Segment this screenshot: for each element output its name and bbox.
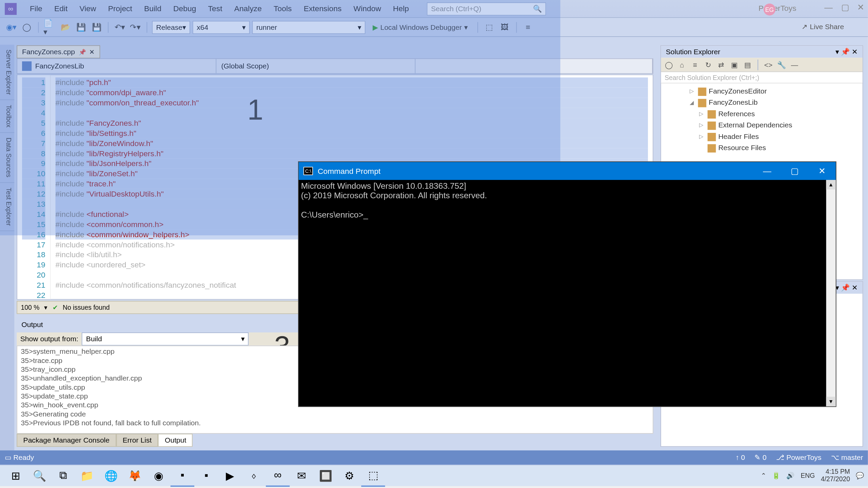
platform-combo[interactable]: x64▾ — [193, 21, 250, 34]
cmd-close-button[interactable]: ✕ — [808, 162, 836, 180]
tb-icon-2[interactable]: 🖼 — [498, 21, 511, 34]
cmd-scroll-up[interactable]: ▲ — [826, 180, 836, 189]
solexp-properties[interactable]: 🔧 — [776, 59, 787, 70]
search-button[interactable]: 🔍 — [27, 465, 51, 486]
task-view-button[interactable]: ⧉ — [51, 465, 75, 486]
avatar[interactable]: EG — [764, 4, 775, 16]
solexp-b1[interactable]: ≡ — [690, 59, 701, 70]
tb-icon-1[interactable]: ⬚ — [483, 21, 496, 34]
undo-btn[interactable]: ↶▾ — [113, 21, 126, 34]
tab-pkg-mgr[interactable]: Package Manager Console — [17, 434, 116, 447]
outlook-icon[interactable]: ✉ — [290, 465, 313, 486]
back-btn[interactable]: ◉▾ — [5, 21, 18, 34]
search-input[interactable]: Search (Ctrl+Q)🔍 — [427, 2, 546, 15]
status-publish[interactable]: ↑ 0 — [735, 453, 745, 462]
cmd-minimize-button[interactable]: — — [753, 162, 781, 180]
tray-volume-icon[interactable]: 🔊 — [786, 471, 795, 479]
save-all-btn[interactable]: 💾 — [90, 21, 103, 34]
project-combo[interactable]: runner▾ — [252, 21, 366, 34]
output-from-combo[interactable]: Build▾ — [82, 332, 249, 346]
maximize-button[interactable]: ▢ — [841, 2, 849, 12]
tray-lang[interactable]: ENG — [801, 472, 815, 479]
terminal-icon-1[interactable]: ▪ — [171, 465, 194, 486]
solexp-search[interactable]: Search Solution Explorer (Ctrl+;) — [661, 72, 863, 83]
menu-tools[interactable]: Tools — [268, 2, 298, 15]
solexp-sync[interactable]: ⇄ — [716, 59, 727, 70]
tab-output[interactable]: Output — [158, 434, 193, 447]
cmd-titlebar[interactable]: C:\ Command Prompt — ▢ ✕ — [299, 162, 836, 180]
menu-view[interactable]: View — [74, 2, 102, 15]
menu-test[interactable]: Test — [202, 2, 228, 15]
cmd-scroll-down[interactable]: ▼ — [826, 397, 836, 406]
cmd-body[interactable]: Microsoft Windows [Version 10.0.18363.75… — [299, 180, 836, 406]
menu-project[interactable]: Project — [102, 2, 138, 15]
status-ready-icon: ▭ — [5, 453, 11, 462]
menu-window[interactable]: Window — [348, 2, 387, 15]
config-combo[interactable]: Release▾ — [152, 21, 190, 34]
nav-scope-combo[interactable]: (Global Scope) — [216, 59, 416, 73]
solexp-tree[interactable]: ▷FancyZonesEditor◢FancyZonesLib▷Referenc… — [661, 83, 863, 156]
tab-fancyzones[interactable]: FancyZones.cpp 📌 ✕ — [17, 45, 100, 59]
vs-icon[interactable]: ∞ — [266, 465, 290, 486]
tray-notifications-icon[interactable]: 💬 — [856, 471, 864, 479]
menu-analyze[interactable]: Analyze — [228, 2, 268, 15]
solexp-showall[interactable]: <> — [763, 59, 774, 70]
solexp-b4[interactable]: ▣ — [729, 59, 740, 70]
solexp-b7[interactable]: — — [789, 59, 800, 70]
start-button[interactable]: ⊞ — [4, 465, 27, 486]
solexp-refresh[interactable]: ↻ — [703, 59, 714, 70]
powershell-icon[interactable]: ▶ — [218, 465, 242, 486]
chrome-icon[interactable]: ◉ — [146, 465, 170, 486]
zoom-level[interactable]: 100 % — [21, 304, 40, 311]
terminal-icon-2[interactable]: ▪ — [194, 465, 218, 486]
nav-project-combo[interactable]: FancyZonesLib — [17, 59, 217, 73]
side-tab-toolbox[interactable]: Toolbox — [0, 100, 14, 133]
side-tab-test-explorer[interactable]: Test Explorer — [0, 183, 14, 231]
tab-error-list[interactable]: Error List — [116, 434, 158, 447]
minimize-button[interactable]: — — [824, 2, 833, 12]
edge-icon[interactable]: 🌐 — [99, 465, 123, 486]
pin-icon[interactable]: 📌 — [79, 48, 86, 55]
live-share-button[interactable]: ↗Live Share — [802, 23, 844, 31]
menu-debug[interactable]: Debug — [167, 2, 202, 15]
side-tab-data-sources[interactable]: Data Sources — [0, 133, 14, 183]
status-branch[interactable]: ⌥ master — [831, 453, 863, 462]
solexp-dropdown-icon[interactable]: ▾ — [835, 48, 839, 56]
menu-extensions[interactable]: Extensions — [298, 2, 348, 15]
tb-icon-3[interactable]: ≡ — [521, 21, 535, 34]
status-repo[interactable]: ⎇ PowerToys — [776, 453, 822, 462]
app-icon-2[interactable]: ⚙ — [337, 465, 361, 486]
solexp-close-icon[interactable]: ✕ — [852, 48, 858, 56]
menu-edit[interactable]: Edit — [48, 2, 74, 15]
command-prompt-window[interactable]: C:\ Command Prompt — ▢ ✕ Microsoft Windo… — [298, 161, 836, 407]
fwd-btn[interactable]: ◯ — [20, 21, 34, 34]
firefox-icon[interactable]: 🦊 — [123, 465, 146, 486]
menu-help[interactable]: Help — [387, 2, 415, 15]
status-changes[interactable]: ✎ 0 — [754, 453, 766, 462]
save-btn[interactable]: 💾 — [75, 21, 88, 34]
side-tab-server-explorer[interactable]: Server Explorer — [0, 45, 14, 100]
nav-member-combo[interactable] — [416, 59, 653, 73]
solexp-back[interactable]: ◯ — [664, 59, 674, 70]
close-button[interactable]: ✕ — [857, 2, 864, 12]
file-explorer-icon[interactable]: 📁 — [75, 465, 99, 486]
solexp-pin-icon[interactable]: 📌 — [841, 48, 850, 56]
debug-button[interactable]: ▶Local Windows Debugger▾ — [368, 21, 473, 34]
cmd-maximize-button[interactable]: ▢ — [781, 162, 808, 180]
solexp-home[interactable]: ⌂ — [676, 59, 687, 70]
menu-build[interactable]: Build — [138, 2, 167, 15]
menu-file[interactable]: File — [24, 2, 48, 15]
tab-close-icon[interactable]: ✕ — [89, 48, 95, 56]
vscode-icon[interactable]: ⬨ — [242, 465, 266, 486]
new-item-btn[interactable]: 📄▾ — [43, 21, 57, 34]
tray-battery-icon[interactable]: 🔋 — [772, 471, 781, 479]
open-btn[interactable]: 📂 — [59, 21, 72, 34]
solexp-b5[interactable]: ▤ — [742, 59, 753, 70]
app-icon-3[interactable]: ⬚ — [361, 465, 385, 486]
search-icon: 🔍 — [533, 4, 542, 13]
tray-chevron[interactable]: ⌃ — [761, 471, 766, 479]
app-icon-1[interactable]: 🔲 — [314, 465, 337, 486]
redo-btn[interactable]: ↷▾ — [129, 21, 142, 34]
tray-clock[interactable]: 4:15 PM4/27/2020 — [821, 468, 850, 483]
cmd-scrollbar[interactable]: ▲ ▼ — [826, 180, 836, 406]
